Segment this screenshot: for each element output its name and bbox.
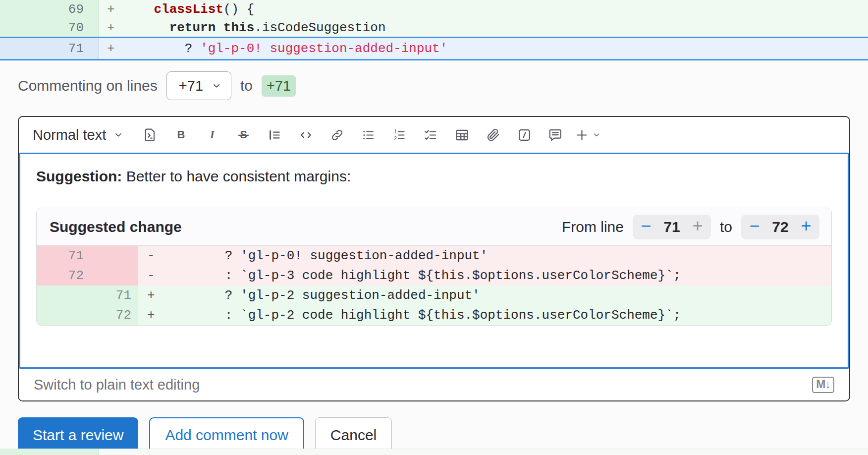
old-line-number: 72 bbox=[37, 268, 84, 283]
diff-marker: + bbox=[99, 2, 123, 17]
from-decrement-button[interactable]: − bbox=[635, 217, 657, 237]
commenting-on-lines-row: Commenting on lines +71 to +71 bbox=[0, 60, 868, 109]
line-number-gutter: 72 bbox=[37, 305, 138, 325]
chevron-down-icon bbox=[211, 80, 222, 91]
to-line-stepper: −72+ bbox=[741, 215, 819, 239]
add-comment-now-button[interactable]: Add comment now bbox=[149, 417, 304, 453]
bullet-list-icon bbox=[361, 127, 376, 143]
suggested-change-diff: 71- ? 'gl-p-0! suggestion-added-input'72… bbox=[37, 246, 831, 325]
attachment-button[interactable] bbox=[479, 121, 507, 149]
quote-button[interactable] bbox=[261, 121, 288, 149]
code-segment: this bbox=[223, 20, 254, 35]
suggestion-text: Better to have consistent margins: bbox=[122, 168, 351, 184]
italic-button[interactable] bbox=[198, 121, 226, 149]
code-line: : `gl-p-3 code highlight ${this.$options… bbox=[163, 268, 681, 283]
bold-button[interactable] bbox=[167, 121, 195, 149]
diff-row[interactable]: 71+ ? 'gl-p-0! suggestion-added-input' bbox=[0, 37, 868, 60]
line-number-gutter: 71 bbox=[37, 285, 138, 305]
from-increment-button[interactable]: + bbox=[686, 217, 709, 237]
code-line: ? 'gl-p-0! suggestion-added-input' bbox=[163, 248, 488, 263]
diff-marker: + bbox=[99, 41, 123, 56]
italic-icon bbox=[205, 127, 220, 143]
diff-marker: - bbox=[138, 268, 163, 283]
suggested-change-title: Suggested change bbox=[50, 219, 182, 235]
start-a-review-button[interactable]: Start a review bbox=[18, 417, 138, 453]
code-line: classList() { bbox=[123, 2, 254, 17]
code-segment: () { bbox=[223, 2, 254, 17]
suggested-diff-row: 71+ ? 'gl-p-2 suggestion-added-input' bbox=[37, 285, 831, 305]
diff-row[interactable]: 69+ classList() { bbox=[0, 0, 868, 18]
old-line-number: 71 bbox=[37, 248, 84, 263]
table-button[interactable] bbox=[448, 121, 476, 149]
diff-marker: + bbox=[99, 20, 123, 35]
comment-action-buttons: Start a reviewAdd comment nowCancel bbox=[18, 417, 868, 453]
editor-footer: Switch to plain text editing M↓ bbox=[19, 369, 849, 400]
from-line-stepper: −71+ bbox=[633, 215, 711, 239]
diff-gutter-partial bbox=[0, 449, 99, 455]
to-increment-button[interactable]: + bbox=[795, 217, 817, 237]
code-segment: classList bbox=[154, 2, 223, 17]
diff-row[interactable]: 70+ return this.isCodeSuggestion bbox=[0, 18, 868, 37]
from-line-label: From line bbox=[562, 219, 624, 235]
quote-icon bbox=[267, 127, 282, 143]
next-diff-row-partial bbox=[0, 449, 868, 455]
code-segment bbox=[123, 2, 154, 17]
code-line: ? 'gl-p-0! suggestion-added-input' bbox=[123, 41, 447, 56]
suggestion-icon bbox=[142, 127, 158, 143]
code-segment: .isCodeSuggestion bbox=[254, 20, 385, 35]
ordered-list-button[interactable] bbox=[385, 121, 413, 149]
editor-toolbar: Normal text bbox=[19, 117, 849, 153]
from-line-value: 71 bbox=[657, 219, 686, 235]
start-line-select[interactable]: +71 bbox=[166, 71, 231, 100]
bullet-list-button[interactable] bbox=[354, 121, 382, 149]
code-segment: ? bbox=[123, 41, 200, 56]
diff-marker: - bbox=[138, 248, 163, 263]
more-options-button[interactable] bbox=[569, 121, 606, 149]
code-line: : `gl-p-2 code highlight ${this.$options… bbox=[163, 308, 681, 323]
markdown-supported-icon: M↓ bbox=[812, 377, 834, 393]
merge-request-comment-form-page: 69+ classList() {70+ return this.isCodeS… bbox=[0, 0, 868, 453]
line-number-gutter[interactable]: 71 bbox=[0, 38, 99, 59]
to-label: to bbox=[240, 77, 253, 94]
cancel-button[interactable]: Cancel bbox=[315, 417, 392, 453]
diff-code-block: 69+ classList() {70+ return this.isCodeS… bbox=[0, 0, 868, 60]
diff-marker: + bbox=[138, 288, 163, 303]
suggested-diff-row: 72- : `gl-p-3 code highlight ${this.$opt… bbox=[37, 266, 831, 285]
bold-icon bbox=[173, 127, 189, 143]
code-segment: return bbox=[169, 20, 216, 35]
comment-button[interactable] bbox=[542, 121, 569, 149]
link-button[interactable] bbox=[323, 121, 351, 149]
end-line-badge: +71 bbox=[262, 75, 296, 97]
switch-plain-text-button[interactable]: Switch to plain text editing bbox=[34, 377, 200, 393]
suggestion-button[interactable] bbox=[136, 121, 163, 149]
suggested-change-card: Suggested change From line −71+ to −72+ … bbox=[36, 208, 832, 326]
ordered-list-icon bbox=[392, 127, 407, 143]
code-button[interactable] bbox=[292, 121, 320, 149]
line-number-gutter[interactable]: 69 bbox=[0, 0, 99, 18]
link-icon bbox=[329, 127, 345, 143]
to-decrement-button[interactable]: − bbox=[743, 217, 766, 237]
strikethrough-button[interactable] bbox=[229, 121, 257, 149]
line-number-gutter: 71 bbox=[37, 246, 138, 266]
line-number-gutter: 72 bbox=[37, 266, 138, 285]
plus-icon bbox=[574, 127, 590, 143]
text-style-dropdown[interactable]: Normal text bbox=[33, 127, 124, 143]
code-segment: 'gl-p-0! suggestion-added-input' bbox=[200, 41, 447, 56]
comment-text[interactable]: Suggestion: Better to have consistent ma… bbox=[36, 168, 832, 185]
suggested-diff-row: 72+ : `gl-p-2 code highlight ${this.$opt… bbox=[37, 305, 831, 325]
to-line-label: to bbox=[720, 219, 732, 235]
suggested-change-header: Suggested change From line −71+ to −72+ bbox=[37, 208, 831, 246]
code-segment bbox=[123, 20, 169, 35]
to-line-value: 72 bbox=[766, 219, 795, 235]
start-line-value: +71 bbox=[179, 78, 203, 94]
line-number-gutter[interactable]: 70 bbox=[0, 18, 99, 37]
suggestion-prefix: Suggestion: bbox=[36, 168, 122, 184]
chevron-down-icon bbox=[113, 129, 124, 140]
toolbar-icon-group bbox=[136, 121, 569, 149]
details-block-button[interactable] bbox=[510, 121, 538, 149]
editor-content-area[interactable]: Suggestion: Better to have consistent ma… bbox=[19, 153, 849, 369]
task-list-icon bbox=[423, 127, 438, 143]
task-list-button[interactable] bbox=[417, 121, 444, 149]
code-icon bbox=[298, 127, 314, 143]
code-line: return this.isCodeSuggestion bbox=[123, 20, 386, 35]
